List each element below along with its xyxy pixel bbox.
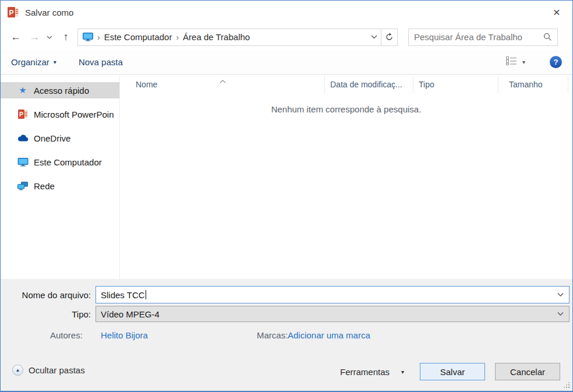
triangle-up-icon: ▲	[16, 368, 20, 373]
column-header-tipo[interactable]: Tipo	[413, 75, 498, 93]
dialog-body: ★ Acesso rápido P Microsoft PowerPoin	[1, 75, 572, 279]
file-list-area[interactable]: Nome Data de modificaç... Tipo Tamanho N…	[120, 75, 572, 279]
cancel-button[interactable]: Cancelar	[495, 363, 560, 380]
column-header-tamanho[interactable]: Tamanho	[498, 75, 568, 93]
new-folder-button[interactable]: Nova pasta	[79, 57, 123, 67]
save-button[interactable]: Salvar	[420, 363, 485, 380]
svg-text:P: P	[19, 111, 23, 118]
save-as-dialog: P Salvar como × ← → ↑ › Este Computador …	[0, 0, 573, 392]
bottom-panel: Nome do arquivo: Slides TCC Tipo: Vídeo …	[1, 279, 572, 391]
new-folder-label: Nova pasta	[79, 57, 123, 67]
toolbar-right-group: ▾ ?	[506, 56, 562, 68]
column-header-label: Tamanho	[509, 80, 543, 89]
resize-grip[interactable]	[568, 387, 570, 388]
breadcrumb-item-area-de-trabalho[interactable]: Área de Trabalho	[183, 32, 250, 42]
sidebar-item-label: Este Computador	[34, 157, 102, 167]
sort-ascending-icon	[220, 76, 226, 85]
forward-icon: →	[27, 31, 41, 43]
back-icon[interactable]: ←	[9, 31, 23, 43]
filetype-label: Tipo:	[1, 309, 91, 319]
help-icon[interactable]: ?	[550, 56, 562, 68]
navigation-bar: ← → ↑ › Este Computador › Área de Trabal…	[1, 24, 572, 50]
search-icon[interactable]	[543, 33, 552, 41]
view-options-caret-icon[interactable]: ▾	[522, 59, 525, 65]
svg-text:P: P	[9, 9, 13, 17]
sidebar-item-label: Rede	[34, 181, 55, 191]
view-details-icon[interactable]	[506, 56, 517, 68]
column-header-label: Tipo	[419, 80, 434, 89]
star-icon: ★	[17, 85, 29, 96]
recent-locations-chevron-icon[interactable]	[45, 36, 54, 39]
tools-caret-icon[interactable]: ▾	[401, 363, 404, 380]
computer-icon	[83, 33, 93, 41]
organize-button[interactable]: Organizar ▾	[11, 57, 56, 67]
hide-folders-button[interactable]: ▲ Ocultar pastas	[12, 365, 85, 376]
search-box[interactable]	[408, 29, 558, 46]
network-icon	[17, 182, 29, 190]
filename-label: Nome do arquivo:	[1, 290, 91, 300]
title-bar: P Salvar como ×	[1, 1, 572, 24]
filename-dropdown-chevron-icon[interactable]	[557, 293, 564, 297]
close-icon[interactable]: ×	[548, 4, 565, 20]
dialog-title: Salvar como	[25, 8, 73, 17]
hide-folders-label: Ocultar pastas	[29, 365, 85, 375]
sidebar-item-acesso-rapido[interactable]: ★ Acesso rápido	[1, 82, 119, 98]
command-toolbar: Organizar ▾ Nova pasta ▾ ?	[1, 50, 572, 75]
tools-button[interactable]: Ferramentas	[340, 363, 390, 380]
powerpoint-icon: P	[17, 110, 29, 119]
filename-value: Slides TCC	[101, 290, 145, 300]
add-tag-link[interactable]: Adicionar uma marca	[288, 330, 370, 340]
address-dropdown-chevron-icon[interactable]	[367, 29, 381, 45]
sidebar-item-onedrive[interactable]: OneDrive	[1, 130, 119, 146]
tags-label: Marcas:	[257, 330, 288, 340]
column-header-nome[interactable]: Nome	[120, 75, 325, 93]
powerpoint-app-icon: P	[8, 7, 19, 17]
refresh-icon[interactable]	[381, 29, 397, 45]
breadcrumb-separator: ›	[172, 33, 183, 42]
filename-input[interactable]: Slides TCC	[96, 286, 570, 303]
navigation-sidebar: ★ Acesso rápido P Microsoft PowerPoin	[1, 75, 120, 279]
breadcrumb-item-este-computador[interactable]: Este Computador	[104, 32, 172, 42]
up-icon[interactable]: ↑	[59, 31, 73, 43]
column-header-label: Data de modificaç...	[330, 80, 402, 89]
address-bar[interactable]: › Este Computador › Área de Trabalho	[77, 29, 398, 46]
sidebar-item-rede[interactable]: Rede	[1, 178, 119, 194]
collapse-circle-icon: ▲	[12, 365, 23, 376]
sidebar-item-label: OneDrive	[34, 133, 70, 143]
sidebar-item-este-computador[interactable]: Este Computador	[1, 154, 119, 170]
sidebar-item-label: Microsoft PowerPoin	[34, 110, 114, 119]
filetype-select[interactable]: Vídeo MPEG-4	[96, 306, 570, 322]
column-header-label: Nome	[136, 80, 157, 89]
authors-value-link[interactable]: Helito Bijora	[101, 330, 148, 340]
search-input[interactable]	[409, 32, 543, 42]
filetype-value: Vídeo MPEG-4	[101, 309, 160, 319]
sidebar-item-label: Acesso rápido	[34, 86, 89, 96]
column-headers: Nome Data de modificaç... Tipo Tamanho	[120, 75, 572, 93]
computer-icon	[17, 158, 29, 167]
authors-label: Autores:	[50, 330, 83, 340]
empty-search-message: Nenhum item corresponde à pesquisa.	[120, 104, 572, 114]
organize-caret-icon: ▾	[54, 59, 56, 65]
filetype-dropdown-chevron-icon[interactable]	[557, 312, 564, 316]
sidebar-item-microsoft-powerpoint[interactable]: P Microsoft PowerPoin	[1, 106, 119, 122]
tools-label: Ferramentas	[340, 367, 390, 377]
column-header-data-modificacao[interactable]: Data de modificaç...	[325, 75, 413, 93]
text-caret	[146, 290, 146, 299]
onedrive-cloud-icon	[17, 135, 29, 142]
organize-label: Organizar	[11, 57, 49, 67]
breadcrumb-separator: ›	[93, 33, 104, 42]
